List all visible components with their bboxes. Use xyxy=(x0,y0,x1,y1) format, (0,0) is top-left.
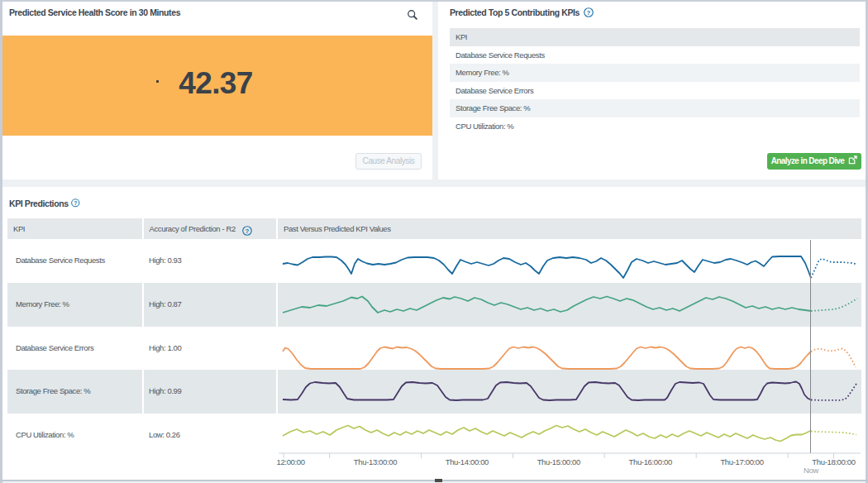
svg-text:?: ? xyxy=(587,9,591,17)
svg-text:?: ? xyxy=(74,200,77,206)
svg-text:?: ? xyxy=(246,227,250,235)
